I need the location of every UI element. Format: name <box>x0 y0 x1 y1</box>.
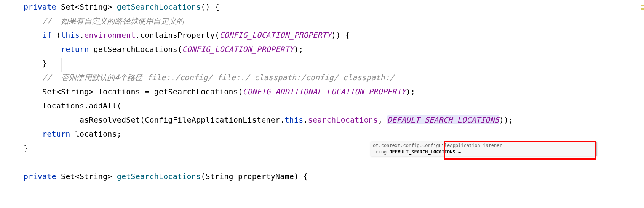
keyword-private: private <box>24 2 56 11</box>
brace: } <box>42 59 47 68</box>
method-name: getSearchLocations <box>117 2 201 11</box>
method-name: getSearchLocations <box>117 172 201 181</box>
comment: // 否则使用默认的4个路径 file:./config/ file:./ cl… <box>42 73 394 82</box>
constant-default-search-locations: DEFAULT_SEARCH_LOCATIONS <box>387 115 499 124</box>
tooltip-type: tring <box>373 149 389 155</box>
tooltip-value: "classpath:/,classpath:/config/,file:./,… <box>373 156 524 156</box>
type: Set<String> <box>56 2 117 11</box>
code-text: locations; <box>70 129 121 139</box>
tooltip-field-name: DEFAULT_SEARCH_LOCATIONS <box>389 149 455 155</box>
keyword-private: private <box>24 172 56 181</box>
field-environment: environment <box>84 31 136 40</box>
brace: } <box>24 144 28 153</box>
constant: CONFIG_LOCATION_PROPERTY <box>219 31 331 40</box>
indent-guide <box>61 58 62 72</box>
tooltip-eq: = <box>455 149 461 155</box>
right-gutter[interactable] <box>640 0 644 208</box>
quick-doc-tooltip[interactable]: ot.context.config.ConfigFileApplicationL… <box>371 142 597 156</box>
keyword-return: return <box>61 45 89 54</box>
comment: // 如果有自定义的路径就使用自定义的 <box>42 16 184 26</box>
punct: ); <box>294 45 303 54</box>
keyword-this: this <box>61 31 80 40</box>
tooltip-package: ot.context.config.ConfigFileApplicationL… <box>373 143 502 148</box>
code-text: Set<String> locations = getSearchLocatio… <box>42 87 243 96</box>
method-call: containsProperty( <box>140 31 219 40</box>
indent-guide <box>42 30 42 155</box>
punct: . <box>303 115 308 124</box>
punct: ( <box>51 31 61 40</box>
code-editor[interactable]: private Set<String> getSearchLocations()… <box>0 0 644 208</box>
keyword-return: return <box>42 129 70 139</box>
punct: . <box>136 31 140 40</box>
type: Set<String> <box>56 172 117 181</box>
constant: CONFIG_ADDITIONAL_LOCATION_PROPERTY <box>243 87 406 96</box>
method-call: getSearchLocations( <box>89 45 182 54</box>
punct: . <box>80 31 84 40</box>
field-searchLocations: searchLocations <box>308 115 378 124</box>
punct: () { <box>201 2 219 11</box>
punct: )); <box>499 115 513 124</box>
code-text: locations.addAll( <box>42 101 121 110</box>
method-call: asResolvedSet(ConfigFileApplicationListe… <box>80 115 285 124</box>
punct: (String propertyName) { <box>201 172 308 181</box>
punct: )) { <box>331 31 350 40</box>
constant: CONFIG_LOCATION_PROPERTY <box>182 45 294 54</box>
gutter-warning-mark[interactable] <box>641 5 644 6</box>
punct: ); <box>406 87 415 96</box>
keyword-if: if <box>42 31 51 40</box>
punct: , <box>378 115 387 124</box>
keyword-this: this <box>285 115 304 124</box>
gutter-warning-mark[interactable] <box>641 8 644 10</box>
